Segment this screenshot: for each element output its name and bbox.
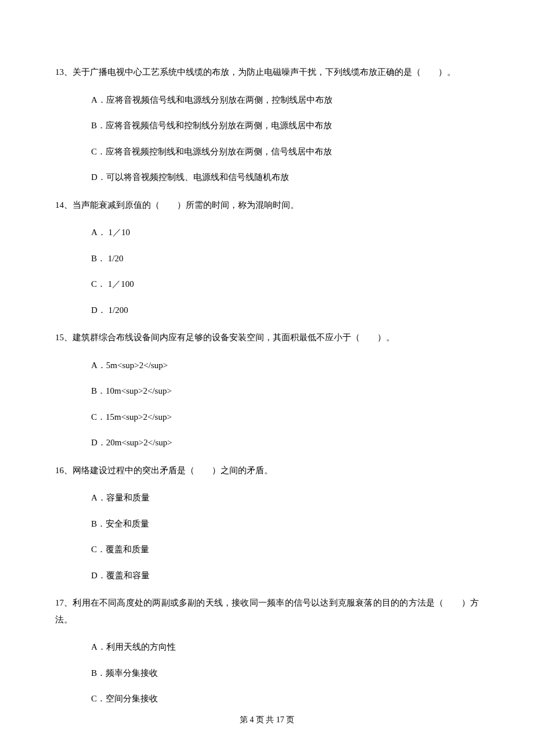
page-footer: 第 4 页 共 17 页 bbox=[0, 714, 534, 726]
option-d: D．20m<sup>2</sup> bbox=[55, 436, 479, 449]
question-text: 13、关于广播电视中心工艺系统中线缆的布放，为防止电磁噪声干扰，下列线缆布放正确… bbox=[55, 64, 479, 81]
option-b: B． 1/20 bbox=[55, 252, 479, 265]
option-d: D． 1/200 bbox=[55, 304, 479, 317]
option-c: C．覆盖和质量 bbox=[55, 543, 479, 556]
option-a: A．利用天线的方向性 bbox=[55, 640, 479, 654]
option-c: C．应将音视频控制线和电源线分别放在两侧，信号线居中布放 bbox=[55, 145, 479, 159]
option-c: C． 1／100 bbox=[55, 278, 479, 291]
question-text: 16、网络建设过程中的突出矛盾是（ ）之间的矛盾。 bbox=[55, 462, 479, 479]
option-a: A． 1／10 bbox=[55, 226, 479, 239]
question-16: 16、网络建设过程中的突出矛盾是（ ）之间的矛盾。 A．容量和质量 B．安全和质… bbox=[55, 462, 479, 582]
question-15: 15、建筑群综合布线设备间内应有足够的设备安装空间，其面积最低不应小于（ ）。 … bbox=[55, 329, 479, 449]
document-content: 13、关于广播电视中心工艺系统中线缆的布放，为防止电磁噪声干扰，下列线缆布放正确… bbox=[55, 64, 479, 705]
option-b: B．频率分集接收 bbox=[55, 667, 479, 680]
question-text: 15、建筑群综合布线设备间内应有足够的设备安装空间，其面积最低不应小于（ ）。 bbox=[55, 329, 479, 346]
question-14: 14、当声能衰减到原值的（ ）所需的时间，称为混响时间。 A． 1／10 B． … bbox=[55, 197, 479, 317]
option-a: A．5m<sup>2</sup> bbox=[55, 359, 479, 372]
question-17: 17、利用在不同高度处的两副或多副的天线，接收同一频率的信号以达到克服衰落的目的… bbox=[55, 595, 479, 705]
option-c: C．空间分集接收 bbox=[55, 692, 479, 705]
option-c: C．15m<sup>2</sup> bbox=[55, 411, 479, 424]
question-text: 14、当声能衰减到原值的（ ）所需的时间，称为混响时间。 bbox=[55, 197, 479, 214]
question-text: 17、利用在不同高度处的两副或多副的天线，接收同一频率的信号以达到克服衰落的目的… bbox=[55, 595, 479, 628]
option-b: B．10m<sup>2</sup> bbox=[55, 384, 479, 398]
option-a: A．应将音视频信号线和电源线分别放在两侧，控制线居中布放 bbox=[55, 93, 479, 107]
option-b: B．安全和质量 bbox=[55, 517, 479, 531]
option-a: A．容量和质量 bbox=[55, 491, 479, 505]
option-d: D．覆盖和容量 bbox=[55, 569, 479, 582]
question-13: 13、关于广播电视中心工艺系统中线缆的布放，为防止电磁噪声干扰，下列线缆布放正确… bbox=[55, 64, 479, 184]
option-d: D．可以将音视频控制线、电源线和信号线随机布放 bbox=[55, 171, 479, 184]
option-b: B．应将音视频信号线和控制线分别放在两侧，电源线居中布放 bbox=[55, 119, 479, 132]
